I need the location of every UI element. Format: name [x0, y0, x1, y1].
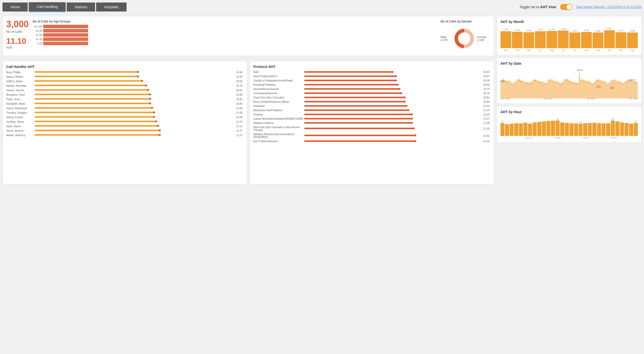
protocol-list[interactable]: Falls 10.30Heart Problems/AICD 10.57Card…: [253, 71, 490, 181]
left-column: 3,000 No of Calls 11.10 AHT No of Calls …: [2, 16, 494, 184]
protocol-bar-wrap: [304, 118, 480, 120]
age-row-bar: [43, 33, 88, 37]
handler-title: Call Handler AHT: [6, 65, 243, 69]
month-col: 11.46: [558, 28, 568, 48]
handler-dot: [137, 76, 139, 78]
handler-dot: [141, 80, 143, 82]
protocol-row: Breathing Problems 10.66: [253, 84, 490, 86]
handler-row: Nancy, Bobby 10.40: [6, 75, 242, 78]
protocol-dot: [395, 80, 397, 82]
month-val: 10.98: [526, 30, 532, 32]
male-label: Male 1,470: [440, 36, 451, 42]
nav-home[interactable]: Home: [2, 3, 28, 12]
handler-row: Amy, Phillip 10.40: [6, 71, 242, 74]
hour-label: [569, 137, 573, 139]
protocol-bar: [304, 140, 415, 142]
aht-toggle[interactable]: [560, 4, 572, 10]
aht-number: 11.10: [6, 37, 29, 46]
handler-row: Sara, Jason 11.21: [6, 125, 242, 128]
hour-bar: [505, 124, 509, 136]
protocol-bar-wrap: [304, 97, 480, 99]
date-start: 01/01/2020: [607, 5, 622, 9]
protocol-bar: [304, 84, 398, 86]
handler-name: Timothy, Gregory: [6, 111, 34, 114]
protocol-row: Cardiac or Respiratory Arrest/Death 10.5…: [253, 79, 490, 82]
hour-bar: [588, 123, 592, 136]
month-label: Aug: [581, 49, 592, 52]
handler-bar: [35, 103, 150, 104]
handler-panel: Call Handler AHT Amy, Phillip 10.40Nancy…: [2, 61, 247, 184]
protocol-row: Choking 11.26: [253, 113, 490, 116]
protocol-val: 11.13: [482, 109, 490, 112]
month-col: 11.25: [535, 29, 546, 48]
hour-col: [510, 123, 514, 136]
protocol-val: 11.26: [482, 113, 490, 116]
date-annotation: 5.08: [610, 87, 614, 89]
handler-name: Janice, Dennis: [6, 89, 34, 92]
month-labels: JanFebMarAprMayJunJulAugSepOctNovDec: [500, 49, 638, 52]
hour-label: [504, 137, 508, 139]
date-chart-title: AHT by Date: [500, 62, 638, 66]
month-col: 11.52: [604, 28, 615, 48]
protocol-bar: [304, 88, 400, 90]
hour-label: [545, 137, 549, 139]
handler-bar-wrap: [35, 71, 234, 73]
month-col: 10.67: [569, 30, 580, 48]
hour-bar: [611, 120, 615, 136]
handler-name: Janet, Jeremy: [6, 129, 34, 132]
handler-row: Peter, Jerry 10.92: [6, 98, 242, 101]
handler-dot: [149, 102, 151, 104]
protocol-bar: [304, 114, 412, 115]
hour-label: [622, 137, 626, 139]
date-svg: 9.9018.045.735.0810.95: [500, 67, 638, 99]
bottom-left: Call Handler AHT Amy, Phillip 10.40Nancy…: [2, 61, 494, 184]
nav-stations[interactable]: Stations: [67, 3, 95, 12]
protocol-row: Falls 10.30: [253, 71, 490, 74]
protocol-bar-wrap: [304, 128, 480, 130]
handler-name: Benjamin, Paul: [6, 93, 34, 96]
protocol-name: Chest Pain (Non-Traumatic): [253, 96, 303, 99]
month-label: Jul: [569, 49, 580, 52]
protocol-row: Heart Problems/AICD 10.57: [253, 75, 490, 78]
protocol-val: 11.42: [482, 134, 490, 137]
protocol-bar: [304, 76, 396, 77]
hour-bar: [524, 123, 528, 136]
handler-val: 10.40: [234, 76, 242, 78]
nav-hospitals[interactable]: Hospitals: [96, 3, 126, 12]
handler-bar: [35, 130, 160, 131]
protocol-bar-wrap: [304, 88, 480, 90]
hour-bar: [634, 123, 638, 136]
month-bar: [558, 31, 568, 48]
protocol-title: Protocol AHT: [253, 65, 490, 69]
age-chart-title: No of Calls by Age Groups: [33, 20, 436, 23]
month-label: May: [546, 49, 557, 52]
hour-bar: [565, 123, 569, 136]
nav-call-handling[interactable]: Call Handling: [29, 2, 66, 12]
protocol-name: Burns (Scalds)/Explosion (Blast): [253, 100, 303, 103]
protocol-row: Assault/Sexual Assault 10.70: [253, 88, 490, 90]
protocol-val: 10.94: [482, 100, 490, 103]
hour-bars: 11 12 10 12 11: [500, 116, 638, 136]
protocol-dot: [395, 75, 397, 77]
age-row: 0-20: [33, 42, 436, 45]
handler-val: 10.81: [234, 89, 242, 92]
hour-bar: [514, 123, 518, 136]
hour-bar: [510, 124, 514, 136]
hour-bar: [542, 121, 546, 136]
protocol-dot: [404, 101, 406, 103]
protocol-bar: [304, 122, 412, 124]
hour-label: [565, 137, 568, 139]
handler-row: Harold, Nicholas 10.76: [6, 84, 242, 87]
hour-bar: [546, 121, 550, 136]
month-bar: [512, 32, 523, 48]
handler-bar: [35, 80, 142, 82]
age-row-label: 61-80: [33, 30, 42, 32]
handler-name: Sara, Jason: [6, 125, 34, 128]
handler-list[interactable]: Amy, Phillip 10.40Nancy, Bobby 10.40Jeff…: [6, 71, 243, 181]
age-bars: 81-100 61-80 41-60 21-40 0-20: [33, 25, 436, 45]
handler-bar: [35, 85, 146, 86]
hour-label: [602, 137, 605, 139]
protocol-bar: [304, 80, 396, 81]
protocol-bar: [304, 135, 415, 136]
protocol-row: Diabetic Problems 11.28: [253, 122, 490, 124]
